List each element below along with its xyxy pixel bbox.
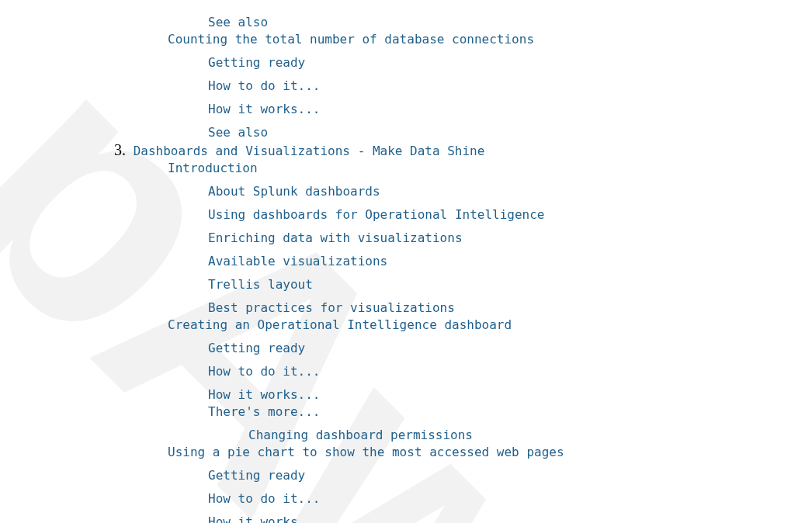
toc-link-how-it-works[interactable]: How it works... (208, 387, 321, 402)
toc-link-see-also[interactable]: See also (208, 15, 268, 29)
toc-link-how-to-do-it[interactable]: How to do it... (208, 78, 321, 93)
toc-link-getting-ready[interactable]: Getting ready (208, 55, 305, 70)
table-of-contents: See also Counting the total number of da… (0, 0, 812, 523)
toc-link-how-it-works[interactable]: How it works... (208, 102, 321, 116)
toc-chapter-row: 3. Dashboards and Visualizations - Make … (0, 141, 812, 160)
toc-link-how-to-do-it[interactable]: How to do it... (208, 364, 321, 379)
toc-link-creating-dashboard[interactable]: Creating an Operational Intelligence das… (168, 317, 512, 332)
toc-link-how-to-do-it[interactable]: How to do it... (208, 491, 321, 506)
toc-link-changing-permissions[interactable]: Changing dashboard permissions (248, 428, 473, 442)
toc-link-trellis-layout[interactable]: Trellis layout (208, 277, 313, 292)
toc-link-enriching-data[interactable]: Enriching data with visualizations (208, 230, 463, 245)
toc-link-see-also[interactable]: See also (208, 125, 268, 140)
toc-link-getting-ready[interactable]: Getting ready (208, 468, 305, 483)
toc-link-counting-connections[interactable]: Counting the total number of database co… (168, 32, 534, 47)
toc-link-theres-more[interactable]: There's more... (208, 404, 321, 419)
chapter-number: 3. (99, 141, 126, 158)
toc-link-introduction[interactable]: Introduction (168, 161, 258, 175)
toc-link-using-dashboards[interactable]: Using dashboards for Operational Intelli… (208, 207, 544, 222)
toc-link-available-visualizations[interactable]: Available visualizations (208, 254, 387, 268)
toc-link-chapter-3[interactable]: Dashboards and Visualizations - Make Dat… (134, 144, 485, 158)
toc-link-best-practices[interactable]: Best practices for visualizations (208, 300, 455, 315)
toc-link-how-it-works[interactable]: How it works... (208, 514, 321, 523)
toc-link-about-dashboards[interactable]: About Splunk dashboards (208, 184, 380, 199)
toc-link-getting-ready[interactable]: Getting ready (208, 341, 305, 355)
toc-link-pie-chart[interactable]: Using a pie chart to show the most acces… (168, 445, 564, 459)
